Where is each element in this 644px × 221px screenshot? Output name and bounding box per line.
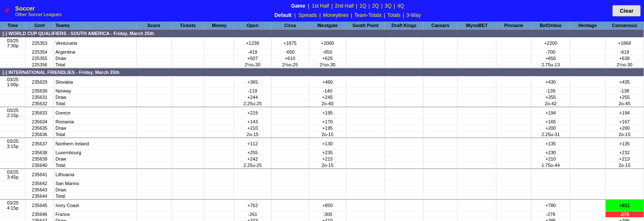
col-time[interactable]: Time — [0, 22, 26, 30]
westgate-cell: +215 — [309, 156, 346, 162]
gm-cell: 235642 — [26, 180, 54, 187]
col-consensus[interactable]: Consensus — [605, 22, 644, 30]
table-row: 03/254:15p235645Ivory Coast+762+850+780+… — [0, 199, 644, 211]
nav-3q[interactable]: 3Q — [385, 3, 391, 9]
col-pinnacle[interactable]: Pinnacle — [496, 22, 531, 30]
heritage-cell — [570, 94, 605, 101]
nav-spreads[interactable]: Spreads — [298, 12, 317, 18]
col-circa[interactable]: Circa — [271, 22, 309, 30]
westgate-cell: 2o-40 — [309, 101, 346, 107]
money-cell — [205, 76, 234, 88]
col-heritage[interactable]: Heritage — [570, 22, 605, 30]
score-cell — [137, 193, 171, 200]
circa-cell — [271, 187, 309, 193]
nav-2q[interactable]: 2Q — [372, 3, 379, 9]
heritage-cell — [570, 187, 605, 193]
draftkings-cell — [385, 49, 423, 55]
nav-1q[interactable]: 1Q — [359, 3, 366, 9]
tickets-cell — [171, 38, 205, 49]
col-tickets[interactable]: Tickets — [171, 22, 205, 30]
team-cell: Total — [54, 62, 137, 68]
money-cell — [205, 94, 234, 101]
heritage-cell — [570, 49, 605, 55]
consensus-cell — [605, 169, 644, 180]
col-southpoint[interactable]: South Point — [346, 22, 385, 30]
heritage-cell — [570, 119, 605, 125]
betonline-cell: +135 — [531, 138, 570, 150]
open-cell: -261 — [234, 211, 271, 218]
caesars-cell — [423, 169, 458, 180]
col-betonline[interactable]: BetOnline — [531, 22, 570, 30]
col-money[interactable]: Money — [205, 22, 234, 30]
consensus-cell: +638 — [605, 55, 644, 62]
nav-totals[interactable]: Totals — [387, 12, 400, 18]
nav-2nd-half[interactable]: 2nd Half — [335, 3, 354, 9]
score-cell — [137, 49, 171, 55]
col-score[interactable]: Score — [137, 22, 171, 30]
betonline-cell: +230 — [531, 150, 570, 156]
nav-team-totals[interactable]: Team-Totals — [354, 12, 382, 18]
nav-4q[interactable]: 4Q — [397, 3, 404, 9]
draftkings-cell — [385, 169, 423, 180]
heritage-cell — [570, 62, 605, 68]
col-gm[interactable]: Gm# — [26, 22, 54, 30]
money-cell — [205, 218, 234, 221]
table-row: 235636Total2o-152o-152.25u-312o-15 — [0, 131, 644, 138]
consensus-cell: +167 — [605, 119, 644, 125]
team-cell: Luxembourg — [54, 150, 137, 156]
game-label[interactable]: Game — [291, 3, 305, 9]
circa-cell — [271, 218, 309, 221]
team-cell: Total — [54, 131, 137, 138]
open-cell — [234, 180, 271, 187]
gm-cell: 235630 — [26, 88, 54, 94]
pinnacle-cell — [496, 199, 531, 211]
gm-cell: 225353 — [26, 38, 54, 49]
score-cell — [137, 162, 171, 169]
money-cell — [205, 169, 234, 180]
gm-cell: 225356 — [26, 62, 54, 68]
pinnacle-cell — [496, 218, 531, 221]
col-draftkings[interactable]: Draft Kings — [385, 22, 423, 30]
consensus-cell: +255 — [605, 94, 644, 101]
caesars-cell — [423, 38, 458, 49]
score-cell — [137, 107, 171, 119]
betonline-cell: +200 — [531, 125, 570, 131]
heritage-cell — [570, 131, 605, 138]
score-cell — [137, 187, 171, 193]
pinnacle-cell — [496, 101, 531, 107]
southpoint-cell — [346, 150, 385, 156]
section-header-row: [-] WORLD CUP QUALIFIERS - SOUTH AMERICA… — [0, 30, 644, 38]
sport-subtitle[interactable]: Other Soccer Leagues — [15, 12, 83, 17]
team-cell: Greece — [54, 107, 137, 119]
heritage-cell — [570, 211, 605, 218]
draftkings-cell — [385, 211, 423, 218]
wynnbet-cell — [458, 107, 496, 119]
pinnacle-cell — [496, 169, 531, 180]
col-teams[interactable]: Teams — [54, 22, 137, 30]
time-cell — [0, 62, 26, 68]
time-cell — [0, 131, 26, 138]
time-cell: 03/251:00p — [0, 76, 26, 88]
circa-cell — [271, 180, 309, 187]
consensus-cell: +395 — [605, 218, 644, 221]
betonline-cell: +430 — [531, 76, 570, 88]
money-cell — [205, 131, 234, 138]
wynnbet-cell — [458, 88, 496, 94]
col-open[interactable]: Open — [234, 22, 271, 30]
circa-cell — [271, 199, 309, 211]
clear-button[interactable]: Clear — [612, 5, 641, 16]
gm-cell: 235643 — [26, 187, 54, 193]
wynnbet-cell — [458, 49, 496, 55]
sport-title[interactable]: Soccer — [15, 5, 83, 12]
table-row: 235647Draw+373+410+395+395 — [0, 218, 644, 221]
dropdown-arrow[interactable]: ▼ — [3, 6, 11, 15]
nav-1st-half[interactable]: 1st Half — [312, 3, 329, 9]
col-westgate[interactable]: Westgate — [309, 22, 346, 30]
nav-3way[interactable]: 3-Way — [406, 12, 420, 18]
gm-cell: 235641 — [26, 169, 54, 180]
col-caesars[interactable]: Caesars — [423, 22, 458, 30]
nav-moneylines[interactable]: Moneylines — [323, 12, 349, 18]
col-wynnbet[interactable]: WynnBET — [458, 22, 496, 30]
open-cell: +762 — [234, 199, 271, 211]
draftkings-cell — [385, 94, 423, 101]
